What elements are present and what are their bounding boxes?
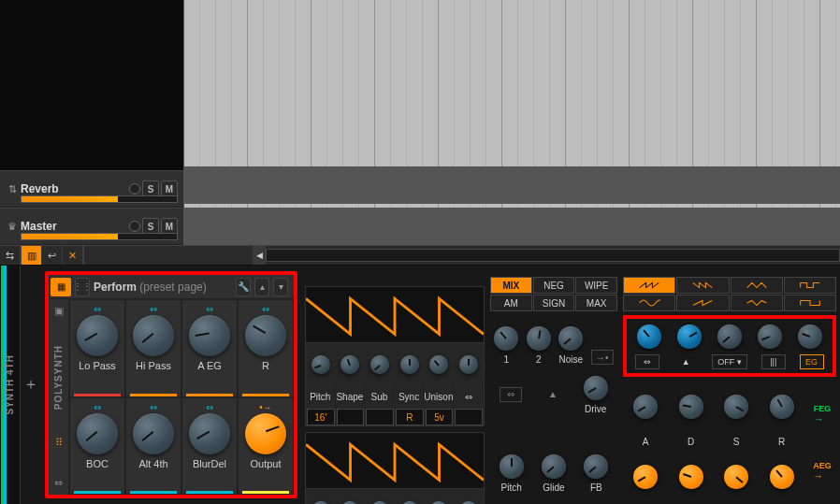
macro-link-icon[interactable]: ⇔ — [262, 304, 269, 313]
preset-down-icon[interactable]: ▾ — [273, 278, 288, 296]
folder-icon[interactable]: ▣ — [54, 305, 64, 317]
noise-level-knob[interactable] — [558, 326, 583, 351]
macro-link-icon[interactable]: ⇔ — [206, 304, 213, 313]
toolbar-back-icon[interactable]: ↩ — [42, 246, 63, 265]
macro-knob[interactable] — [189, 413, 230, 454]
mix-mode-neg[interactable]: NEG — [533, 277, 575, 294]
mix-mode-mix[interactable]: MIX — [490, 277, 532, 294]
preset-title[interactable]: Perform (preset page) — [94, 281, 236, 294]
track-lane[interactable] — [184, 208, 840, 245]
automation-icon[interactable]: ⇅ — [6, 183, 19, 195]
track-lane[interactable] — [184, 166, 840, 204]
wave-shape-tab[interactable] — [731, 277, 783, 294]
osc-param-knob[interactable] — [370, 355, 389, 374]
osc-param-value[interactable]: 16' — [307, 409, 335, 425]
track-reverb[interactable]: ⇅ Reverb S M — [0, 170, 183, 208]
mix-mode-max[interactable]: MAX — [575, 295, 617, 311]
track-volume-slider[interactable] — [21, 233, 178, 240]
preset-up-icon[interactable]: ▴ — [254, 278, 269, 296]
env-knob-2[interactable] — [677, 324, 702, 349]
macro-link-icon[interactable]: ⇔ — [94, 304, 101, 313]
glide-knob[interactable] — [542, 454, 566, 479]
toolbar-close-icon[interactable]: ✕ — [63, 246, 83, 265]
handles-icon[interactable]: ⠿ — [55, 437, 63, 449]
macro-link-icon[interactable]: •→ — [259, 402, 272, 411]
env-bars-icon[interactable]: ||| — [761, 354, 786, 369]
macro-knob[interactable] — [189, 315, 230, 356]
macro-link-icon[interactable]: ⇔ — [150, 402, 157, 411]
feg-button[interactable]: FEG→ — [814, 402, 832, 425]
timeline-grid[interactable] — [183, 0, 840, 245]
grid-icon[interactable]: ⋮⋮ — [75, 278, 90, 296]
track-volume-slider[interactable] — [21, 195, 178, 203]
wave-shape-tab[interactable] — [623, 295, 675, 311]
feedback-knob[interactable] — [584, 454, 608, 479]
drive-knob[interactable] — [584, 376, 608, 400]
osc-param-value[interactable] — [455, 409, 483, 425]
env-off-dropdown[interactable]: OFF ▾ — [712, 354, 747, 369]
osc-param-knob[interactable] — [400, 355, 419, 374]
macro-link-icon[interactable]: ⇔ — [206, 402, 213, 411]
route-icon[interactable]: →• — [591, 350, 614, 365]
aeg-button[interactable]: AEG→ — [813, 459, 832, 482]
feg-r-knob[interactable] — [770, 395, 794, 419]
feg-a-knob[interactable] — [633, 395, 658, 419]
macro-knob[interactable] — [133, 315, 174, 356]
track-master[interactable]: ♛ Master S M — [0, 208, 183, 245]
wave-shape-tab[interactable] — [676, 277, 729, 294]
osc2-level-knob[interactable] — [527, 326, 551, 351]
mix-mode-sign[interactable]: SIGN — [533, 295, 575, 311]
toolbar-device-view-icon[interactable]: ▥ — [22, 246, 42, 265]
osc-param-value[interactable] — [366, 409, 394, 425]
mix-mode-wipe[interactable]: WIPE — [575, 277, 617, 294]
env-knob-1[interactable] — [637, 324, 661, 349]
scroll-left-icon[interactable]: ◀ — [253, 246, 266, 265]
feg-d-knob[interactable] — [679, 395, 703, 419]
macro-link-icon[interactable]: ⇔ — [94, 402, 101, 411]
env-eg-button[interactable]: EG — [800, 354, 824, 369]
wave-shape-tab[interactable] — [784, 295, 836, 311]
wave-shape-tab[interactable] — [676, 295, 729, 311]
osc-param-knob[interactable] — [340, 355, 359, 374]
osc1-waveform-display[interactable] — [306, 287, 484, 343]
aeg-r-knob[interactable] — [770, 465, 794, 489]
track-record-arm[interactable] — [129, 221, 140, 232]
track-record-arm[interactable] — [129, 183, 140, 194]
macro-knob[interactable] — [77, 413, 118, 454]
horizontal-scrollbar[interactable] — [266, 249, 840, 262]
add-device-button[interactable]: ＋ — [21, 266, 41, 504]
pitch-knob[interactable] — [500, 454, 524, 479]
macro-knob[interactable] — [245, 413, 286, 454]
osc2-waveform-display[interactable] — [306, 433, 484, 489]
toolbar-swap-icon[interactable]: ⇆ — [0, 246, 21, 265]
link-icon[interactable]: ⇔ — [465, 392, 472, 402]
osc1-level-knob[interactable] — [494, 326, 518, 351]
link-icon[interactable]: ⇔ — [54, 477, 63, 489]
wave-shape-tab[interactable] — [623, 277, 675, 294]
env-knob-4[interactable] — [758, 324, 782, 349]
osc-link-icon[interactable]: ⇔ — [500, 387, 522, 402]
mix-mode-am[interactable]: AM — [490, 295, 532, 311]
device-power-icon[interactable]: ▦ — [51, 278, 71, 296]
wave-shape-tab[interactable] — [731, 295, 783, 311]
wave-shape-tab[interactable] — [784, 277, 836, 294]
wrench-icon[interactable]: 🔧 — [236, 278, 251, 296]
macro-link-icon[interactable]: ⇔ — [150, 304, 157, 313]
osc-param-knob[interactable] — [311, 355, 330, 374]
macro-knob[interactable] — [133, 413, 174, 454]
env-link-icon[interactable]: ⇔ — [635, 354, 659, 369]
feg-s-knob[interactable] — [724, 395, 748, 419]
aeg-d-knob[interactable] — [679, 465, 703, 489]
osc-param-value[interactable] — [337, 409, 365, 425]
osc-param-value[interactable]: 5v — [426, 409, 454, 425]
macro-underline — [74, 394, 121, 396]
osc-param-knob[interactable] — [459, 355, 478, 374]
aeg-a-knob[interactable] — [633, 465, 658, 489]
macro-knob[interactable] — [77, 315, 118, 356]
macro-knob[interactable] — [245, 315, 286, 356]
aeg-s-knob[interactable] — [724, 465, 748, 489]
osc-param-knob[interactable] — [429, 355, 448, 374]
env-knob-5[interactable] — [798, 324, 822, 349]
osc-param-value[interactable]: R — [396, 409, 424, 425]
env-knob-3[interactable] — [717, 324, 742, 349]
